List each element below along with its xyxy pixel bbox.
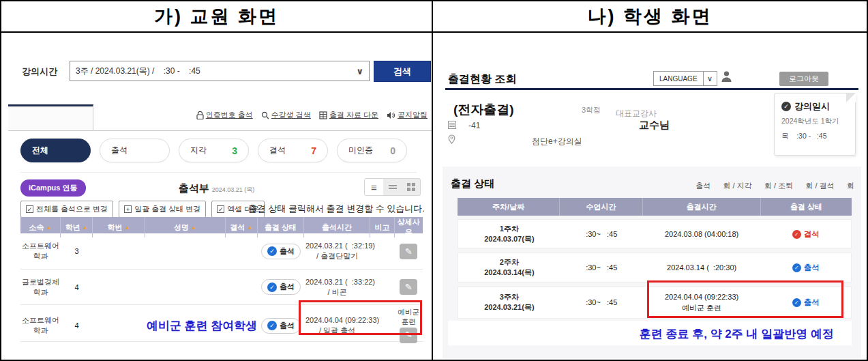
sort-icon: ▲ [248,225,253,231]
status-badge[interactable]: ✓출석 [261,318,301,334]
col-check-time: 출결시간 [643,198,761,216]
card-view-icon [389,185,397,189]
row-name [145,248,226,254]
edit-button[interactable]: ✎ [400,244,417,259]
schedule-title-row: ✓ 강의일시 [781,100,848,113]
bulk-actions: ✓ 전체를 출석으로 변경 + 일괄 출결 상태 변경 ✓ 엑셀 다운 [20,201,265,218]
toolbar-links: 인증번호 출석 수강생 검색 출결 자료 다운 공지알림 [196,110,428,120]
filter-present-label: 출석 [111,145,128,156]
attendance-section: 출결 상태 출석 회 / 지각 회 / 조퇴 회 / 결석 회 주차/날짜 수업… [443,167,861,358]
filter-unverified[interactable]: 미인증 0 [337,139,407,162]
check-circle-icon: ✓ [267,321,277,330]
folded-corner [846,93,856,102]
logout-button[interactable]: 로그아웃 [779,72,828,86]
check-circle-icon: ✓ [267,283,277,292]
status-present: ✓출석 [792,298,820,308]
student-search-link[interactable]: 수강생 검색 [261,110,311,120]
row-absent [226,248,258,254]
card-view-button[interactable] [383,179,402,195]
pencil-icon: ✎ [405,246,413,257]
row-dept: 글로벌경제학과 [20,274,61,300]
language-label: LANGUAGE [654,72,703,85]
user-icon[interactable] [721,70,732,83]
list-view-button[interactable]: ≡ [365,179,383,195]
filter-unverified-count: 0 [390,145,395,156]
schedule-card: ✓ 강의일시 2024학년도 1학기 목 :30 - :45 [774,93,856,156]
mark-all-present-button[interactable]: ✓ 전체를 출석으로 변경 [20,201,113,218]
attendance-download-label: 출결 자료 다운 [329,110,378,120]
check-note: 예비군 훈련 [682,304,721,312]
lecture-time-value: 3주 / 2024.03.21(목) / :30 - :45 [76,66,200,77]
bulk-change-status-label: 일괄 출결 상태 변경 [134,204,200,214]
filter-pills: 전체 출석 지각 3 결석 7 미인증 0 [20,139,407,162]
col-year[interactable]: 학년▲ [61,217,93,237]
edit-button[interactable]: ✎ [400,328,417,343]
grid-view-button[interactable] [402,179,420,195]
annotation-strip: 훈련 종료 후, 약 2주 내 일괄반영 예정 [448,321,852,345]
student-panel: 나) 학생 화면 출결현황 조회 LANGUAGE ∨ 로그아웃 (전자출결) … [433,1,867,360]
row-dept: 소프트웨어학과 [20,313,61,338]
notice-link[interactable]: 공지알림 [387,110,428,120]
teacher-panel-title: 가) 교원 화면 [1,1,432,33]
table-row-highlighted: 소프트웨어학과 4 예비군 훈련 참여학생 ✓출석 2024.04.04 (09… [20,305,423,342]
teacher-panel-body: 강의시간 3주 / 2024.03.21(목) / :30 - :45 ∨ 검색… [1,33,432,358]
row-remark [370,323,394,328]
lock-icon [196,111,204,119]
checkbox-icon: ✓ [26,205,33,213]
attend-method: / 일괄 출석 [319,326,355,334]
notice-label: 공지알림 [398,110,428,120]
attendance-download-link[interactable]: 출결 자료 다운 [319,110,378,120]
class-time: :30~ :45 [560,263,643,272]
classroom: 첨단e+강의실 [532,136,582,147]
status-badge[interactable]: ✓출석 [261,279,301,295]
attendance-summary: 출석 회 / 지각 회 / 조퇴 회 / 결석 회 [695,181,854,191]
col-name[interactable]: 성명▲ [145,217,226,237]
row-absent [226,285,258,290]
col-absent[interactable]: 결석▲ [226,217,258,237]
schedule-title: 강의일시 [794,100,830,113]
edit-button[interactable]: ✎ [400,279,417,295]
course-credits: 3학점 [582,105,601,115]
filter-late[interactable]: 지각 3 [179,139,249,162]
lecture-time-select[interactable]: 3주 / 2024.03.21(목) / :30 - :45 ∨ [70,61,370,81]
sort-icon: ▲ [125,225,130,231]
attend-method: / 비콘 [328,288,347,296]
col-id[interactable]: 학번▲ [93,217,145,237]
filter-all-label: 전체 [32,145,48,156]
check-circle-icon: ✓ [267,246,277,256]
schedule-semester: 2024학년도 1학기 [781,117,848,126]
search-button[interactable]: 검색 [374,61,431,82]
filter-late-label: 지각 [190,145,207,156]
tab-active[interactable] [8,104,93,130]
table-row: 글로벌경제학과 4 ✓출석 2024.03.21 ( :33:22)/ 비콘 ✎ [20,270,423,305]
filter-all[interactable]: 전체 [20,139,91,162]
chevron-down-icon: ∨ [356,67,363,76]
student-search-label: 수강생 검색 [271,110,311,120]
status-badge[interactable]: ✓출석 [261,244,301,259]
instructor-label: 대표교강사 [616,108,657,119]
row-year: 4 [61,319,93,332]
language-select[interactable]: LANGUAGE ∨ [653,71,717,86]
sort-icon: ▲ [46,225,52,231]
col-dept[interactable]: 소속▲ [20,217,61,237]
mark-all-present-label: 전체를 출석으로 변경 [36,204,108,214]
bulk-change-status-button[interactable]: + 일괄 출결 상태 변경 [119,201,206,218]
attendance-table: 소속▲ 학년▲ 학번▲ 성명▲ 결석▲ 출결 상태 출석시간 비고 상세사유 소… [20,217,423,342]
list-icon [448,121,456,129]
auth-number-attend-link[interactable]: 인증번호 출석 [196,110,253,120]
course-name: (전자출결) [453,101,514,119]
lecture-time-label: 강의시간 [22,66,57,78]
register-hint: 출결 상태 클릭해서 출결 변경할 수 있습니다. [248,203,425,215]
filter-absent-label: 결석 [269,145,286,156]
col-status: 출결 상태 [761,198,852,216]
filter-absent[interactable]: 결석 7 [258,139,328,162]
search-icon [261,111,269,119]
register-date: 2024.03.21 (목) [212,186,255,193]
filter-unverified-label: 미인증 [348,145,373,156]
col-class-time: 수업시간 [560,198,642,216]
filter-present[interactable]: 출석 [100,139,170,162]
status-row: 1주차2024.03.07(목) :30~ :45 2024.03.08 (04… [458,219,852,249]
check-time: 2024.03.08 (04:00:18) [643,230,761,238]
divider [445,88,858,90]
attend-time: 2024.03.21 ( :33:22) [305,278,375,286]
